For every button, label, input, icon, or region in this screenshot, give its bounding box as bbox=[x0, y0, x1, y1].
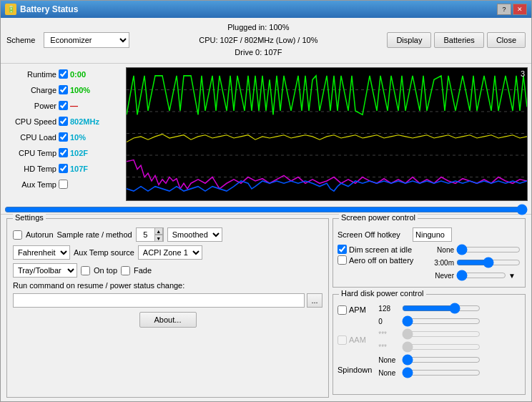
stat-charge: Charge 100% bbox=[6, 83, 120, 97]
dim-time-label: 3:00m bbox=[429, 259, 454, 267]
autorun-checkbox[interactable] bbox=[13, 230, 22, 240]
aero-checkbox[interactable] bbox=[338, 255, 347, 265]
aux-select[interactable]: ACPI Zone 1 bbox=[138, 245, 202, 260]
temp-select[interactable]: Fahrenheit bbox=[13, 245, 70, 260]
ontop-label: On top bbox=[94, 266, 117, 275]
stat-power-label: Power bbox=[6, 102, 56, 110]
screen-hotkey-input[interactable] bbox=[413, 227, 452, 242]
stat-cputemp-label: CPU Temp bbox=[6, 149, 56, 157]
dim-slider-none: None bbox=[429, 245, 521, 255]
stat-cputemp-checkbox[interactable] bbox=[59, 148, 68, 157]
status-info: Plugged in: 100% CPU: 102F / 802MHz (Low… bbox=[135, 21, 381, 59]
about-button[interactable]: About... bbox=[139, 312, 197, 328]
aux-label: Aux Temp source bbox=[74, 248, 134, 257]
apm-checkbox[interactable] bbox=[338, 305, 347, 315]
dim-checkbox[interactable] bbox=[338, 245, 347, 254]
display-button[interactable]: Display bbox=[387, 32, 431, 48]
spin-slider1[interactable] bbox=[402, 355, 481, 365]
apm-label: APM bbox=[349, 305, 366, 314]
aero-slider: Never ▼ bbox=[429, 270, 521, 280]
scheme-select[interactable]: Economizer bbox=[44, 32, 129, 48]
settings-group-title: Settings bbox=[13, 213, 46, 222]
title-bar: 🔋 Battery Status ? ✕ bbox=[1, 1, 531, 18]
chart-scrollbar[interactable] bbox=[1, 205, 531, 215]
spinbox-up[interactable]: ▲ bbox=[154, 227, 163, 235]
batteries-button[interactable]: Batteries bbox=[434, 32, 483, 48]
spinbox-down[interactable]: ▼ bbox=[154, 235, 163, 242]
aam-row1: *** bbox=[378, 329, 481, 339]
title-bar-left: 🔋 Battery Status bbox=[5, 4, 78, 15]
stat-hdtemp-checkbox[interactable] bbox=[59, 164, 68, 173]
ontop-checkbox[interactable] bbox=[81, 266, 90, 275]
apm-slider1[interactable] bbox=[402, 303, 481, 313]
bottom-section: Settings Autorun Sample rate / method ▲ … bbox=[1, 215, 531, 401]
browse-button[interactable]: ... bbox=[307, 293, 322, 308]
aero-never-slider[interactable] bbox=[456, 270, 506, 280]
stat-runtime-label: Runtime bbox=[6, 70, 56, 79]
stat-auxtemp-checkbox[interactable] bbox=[59, 180, 68, 189]
chart-scroll-slider[interactable] bbox=[4, 206, 528, 213]
stat-cpuload-value: 10% bbox=[70, 133, 86, 142]
spin-slider2[interactable] bbox=[402, 368, 481, 378]
stat-runtime: Runtime 0:00 bbox=[6, 67, 120, 82]
left-panel: Runtime 0:00 Charge 100% Power — CPU Spe… bbox=[1, 64, 126, 205]
stat-cpuspeed-label: CPU Speed bbox=[6, 117, 56, 126]
stat-cpuload-label: CPU Load bbox=[6, 133, 56, 142]
stat-cpuspeed-checkbox[interactable] bbox=[59, 117, 68, 126]
method-select[interactable]: Smoothed bbox=[167, 227, 222, 242]
sample-label: Sample rate / method bbox=[57, 230, 132, 239]
dim-none-slider[interactable] bbox=[456, 245, 521, 255]
settings-row-3: Tray/Toolbar On top Fade bbox=[13, 263, 322, 278]
stat-auxtemp: Aux Temp bbox=[6, 177, 120, 192]
aam-label: AAM bbox=[349, 335, 366, 344]
chart-svg bbox=[127, 68, 527, 200]
stat-cputemp: CPU Temp 102F bbox=[6, 146, 120, 160]
help-button[interactable]: ? bbox=[497, 4, 511, 15]
toolbar-buttons: Display Batteries Close bbox=[387, 32, 526, 48]
window-icon: 🔋 bbox=[5, 4, 16, 15]
close-button[interactable]: Close bbox=[487, 32, 526, 48]
settings-group: Settings Autorun Sample rate / method ▲ … bbox=[6, 218, 329, 398]
stat-cpuload-checkbox[interactable] bbox=[59, 132, 68, 142]
aam-val2: *** bbox=[378, 343, 400, 351]
settings-row-2: Fahrenheit Aux Temp source ACPI Zone 1 bbox=[13, 245, 322, 260]
status-line1: Plugged in: 100% bbox=[135, 21, 381, 34]
sample-spinbox: ▲ ▼ bbox=[136, 227, 164, 242]
dim-time-slider[interactable] bbox=[456, 258, 521, 268]
spin-row2: None bbox=[378, 368, 481, 378]
spin-val1: None bbox=[378, 356, 400, 364]
dim-label: Dim screen at idle bbox=[349, 245, 412, 254]
stat-cputemp-value: 102F bbox=[70, 149, 88, 157]
sample-value-input[interactable] bbox=[137, 230, 154, 239]
aam-checkbox[interactable] bbox=[338, 335, 347, 345]
spin-row1: None bbox=[378, 355, 481, 365]
apm-row1: 128 bbox=[378, 303, 481, 313]
stat-runtime-checkbox[interactable] bbox=[59, 69, 68, 79]
stat-power: Power — bbox=[6, 99, 120, 113]
apm-slider2[interactable] bbox=[402, 316, 481, 326]
window-close-button[interactable]: ✕ bbox=[513, 4, 527, 15]
scheme-label: Scheme bbox=[6, 36, 35, 44]
stat-charge-checkbox[interactable] bbox=[59, 85, 68, 94]
spindown-label: Spindown bbox=[338, 366, 372, 374]
tray-select[interactable]: Tray/Toolbar bbox=[13, 263, 77, 278]
cmd-input[interactable] bbox=[13, 293, 305, 308]
toolbar: Scheme Economizer Plugged in: 100% CPU: … bbox=[1, 18, 531, 64]
cmd-label: Run command on resume / power status cha… bbox=[13, 281, 184, 290]
aam-slider1 bbox=[402, 329, 481, 339]
fade-label: Fade bbox=[134, 266, 152, 275]
cmd-row: ... bbox=[13, 293, 322, 308]
stat-charge-value: 100% bbox=[70, 86, 90, 94]
stat-power-checkbox[interactable] bbox=[59, 101, 68, 110]
main-content: Runtime 0:00 Charge 100% Power — CPU Spe… bbox=[1, 64, 531, 205]
dim-slider-time: 3:00m bbox=[429, 258, 521, 268]
fade-checkbox[interactable] bbox=[121, 266, 130, 275]
screen-power-group: Screen power control Screen Off hotkey D… bbox=[332, 218, 526, 288]
settings-row-4: Run command on resume / power status cha… bbox=[13, 281, 322, 290]
chart-panel: 3 bbox=[126, 67, 528, 201]
autorun-label: Autorun bbox=[26, 230, 54, 239]
aam-slider2 bbox=[402, 342, 481, 352]
status-line3: Drive 0: 107F bbox=[135, 46, 381, 59]
stat-power-value: — bbox=[70, 102, 78, 110]
stat-hdtemp: HD Temp 107F bbox=[6, 162, 120, 176]
